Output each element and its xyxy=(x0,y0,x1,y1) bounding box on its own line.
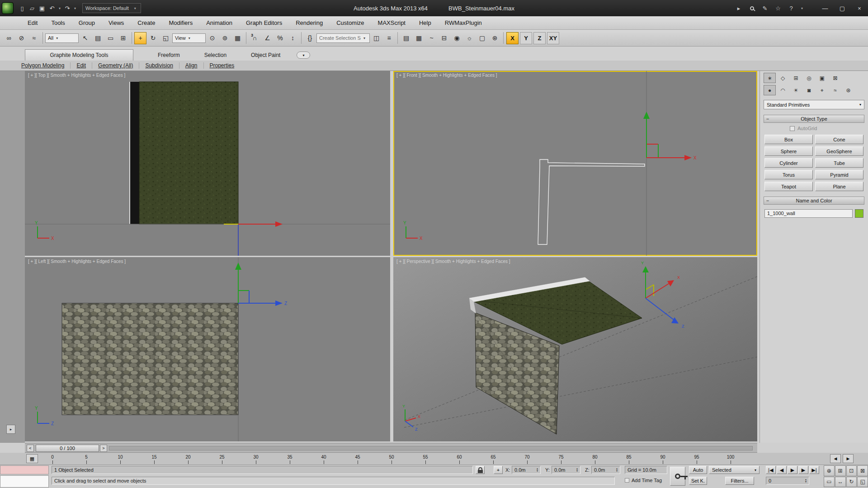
mirror-button[interactable]: ◫ xyxy=(370,32,382,44)
help-dropdown[interactable]: ▾ xyxy=(799,3,805,13)
key-mode-dropdown[interactable]: Selected▾ xyxy=(709,466,760,474)
ribbon-panel-geometry-all[interactable]: Geometry (All) xyxy=(92,62,139,69)
tab-modify[interactable]: ◇ xyxy=(777,73,789,83)
constraint-xy-button[interactable]: XY xyxy=(547,32,559,44)
object-color-swatch[interactable] xyxy=(855,209,863,218)
ribbon-panel-polygon-modeling[interactable]: Polygon Modeling xyxy=(15,62,71,69)
coord-z-input[interactable]: 0.0m▴▾ xyxy=(591,466,620,474)
track-bar[interactable]: ▦ 05101520253035404550556065707580859095… xyxy=(0,453,868,465)
maxscript-mini-listener[interactable] xyxy=(0,475,49,488)
snaps-toggle-button[interactable]: 3∩ xyxy=(249,32,261,44)
zoom-button[interactable]: ⊕ xyxy=(824,465,835,476)
open-file-button[interactable]: ▱ xyxy=(27,3,37,13)
coord-y-input[interactable]: 0.0m▴▾ xyxy=(552,466,580,474)
trackbar-scroll-left-button[interactable]: ◀ xyxy=(830,454,841,463)
time-slider-handle[interactable]: 0 / 100 xyxy=(36,445,99,452)
menu-item-rwmaxplugin[interactable]: RWMaxPlugin xyxy=(438,16,489,30)
curve-editor-button[interactable]: ~ xyxy=(425,32,438,44)
viewport-top[interactable]: X Y [ + ][ Top ][ Smooth + Highlights + … xyxy=(25,71,390,256)
wall-side-face-top-view[interactable] xyxy=(130,82,139,224)
ribbon-panel-properties[interactable]: Properties xyxy=(204,62,241,69)
viewport-left[interactable]: Z Z Y [ + ][ Left ][ Smooth + Highlights… xyxy=(25,257,390,441)
category-shapes-icon[interactable]: ◠ xyxy=(777,85,789,95)
align-button[interactable]: ≡ xyxy=(383,32,395,44)
help-icon[interactable]: ? xyxy=(786,3,796,13)
front-viewport-canvas[interactable]: X X Y xyxy=(393,71,757,256)
select-and-move-button[interactable]: + xyxy=(134,32,146,44)
goto-start-button[interactable]: |◀ xyxy=(766,466,776,474)
zoom-region-button[interactable]: ▭ xyxy=(824,477,835,488)
wall-front-face-left-view[interactable] xyxy=(62,303,238,415)
menu-item-graph-editors[interactable]: Graph Editors xyxy=(239,16,289,30)
trackbar-scroll-right-button[interactable]: ▶ xyxy=(843,454,854,463)
named-selection-sets-button[interactable]: {} xyxy=(304,32,316,44)
open-explorer-button[interactable]: ▸ xyxy=(6,425,15,434)
new-file-button[interactable]: ▯ xyxy=(17,3,27,13)
ribbon-tab-selection[interactable]: Selection xyxy=(198,50,233,61)
menu-item-edit[interactable]: Edit xyxy=(21,16,44,30)
menu-item-tools[interactable]: Tools xyxy=(44,16,71,30)
constraint-y-button[interactable]: Y xyxy=(520,32,532,44)
wall-top-face-top-view[interactable] xyxy=(139,82,238,224)
ribbon-options-dropdown[interactable]: ▾ xyxy=(297,52,310,59)
graphite-ribbon-toggle[interactable]: ▦ xyxy=(413,32,425,44)
viewport-left-label[interactable]: [ + ][ Left ][ Smooth + Highlights + Edg… xyxy=(28,259,126,264)
object-name-input[interactable]: 1_1000_wall xyxy=(764,209,853,218)
auto-key-toggle[interactable]: Auto xyxy=(689,466,707,474)
unlink-selection-icon[interactable]: ⊘ xyxy=(15,32,28,44)
close-button[interactable]: × xyxy=(851,0,868,16)
menu-item-create[interactable]: Create xyxy=(131,16,162,30)
sphere-button[interactable]: Sphere xyxy=(764,146,813,156)
viewport-front-label[interactable]: [ + ][ Front ][ Smooth + Highlights + Ed… xyxy=(396,73,497,78)
viewport-perspective[interactable]: Y X Z Y X Z [ + ][ Perspective ][ Smooth… xyxy=(393,257,757,441)
wall-profile-outline[interactable] xyxy=(538,160,645,244)
select-and-manipulate-button[interactable]: ⊚ xyxy=(219,32,231,44)
spinner-down-icon[interactable]: ▾ xyxy=(616,470,618,472)
minimize-button[interactable]: — xyxy=(816,0,834,16)
viewport-perspective-label[interactable]: [ + ][ Perspective ][ Smooth + Highlight… xyxy=(396,259,510,264)
material-editor-button[interactable]: ◉ xyxy=(451,32,463,44)
torus-button[interactable]: Torus xyxy=(764,170,813,179)
add-time-tag-button[interactable]: Add Time Tag xyxy=(625,478,662,483)
menu-item-maxscript[interactable]: MAXScript xyxy=(371,16,412,30)
play-button[interactable]: ▶ xyxy=(788,466,797,474)
select-and-rotate-button[interactable]: ↻ xyxy=(147,32,159,44)
select-object-button[interactable]: ↖ xyxy=(79,32,91,44)
plane-button[interactable]: Plane xyxy=(815,182,863,191)
goto-end-button[interactable]: ▶| xyxy=(809,466,819,474)
gizmo-y-arrowhead[interactable] xyxy=(643,112,650,119)
left-viewport-canvas[interactable]: Z Z Y xyxy=(25,257,390,441)
mini-curve-editor-button[interactable]: ▦ xyxy=(26,454,38,463)
category-geometry-icon[interactable]: ● xyxy=(764,85,776,95)
use-pivot-center-button[interactable]: ⊙ xyxy=(206,32,218,44)
teapot-button[interactable]: Teapot xyxy=(764,182,813,191)
render-setup-button[interactable]: ☼ xyxy=(463,32,476,44)
ribbon-panel-subdivision[interactable]: Subdivision xyxy=(139,62,179,69)
zoom-all-button[interactable]: ⊞ xyxy=(835,465,846,476)
time-slider-back-button[interactable]: < xyxy=(27,445,34,452)
rendered-frame-button[interactable]: ▢ xyxy=(476,32,488,44)
object-type-rollout-header[interactable]: − Object Type xyxy=(764,115,864,123)
chevron-right-icon[interactable]: ▸ xyxy=(734,3,744,13)
perspective-viewport-canvas[interactable]: Y X Z Y X Z xyxy=(393,257,757,441)
zoom-extents-all-button[interactable]: ⊠ xyxy=(857,465,868,476)
time-slider-track[interactable] xyxy=(109,446,753,450)
key-filters-button[interactable]: Filters... xyxy=(725,477,754,485)
name-color-rollout-header[interactable]: − Name and Color xyxy=(764,197,864,205)
workspace-dropdown[interactable]: Workspace: Default ▾ xyxy=(82,3,141,13)
next-frame-button[interactable]: ▶ xyxy=(798,466,808,474)
menu-item-views[interactable]: Views xyxy=(102,16,131,30)
ribbon-tab-graphite[interactable]: Graphite Modeling Tools xyxy=(25,49,133,61)
constraint-x-button[interactable]: X xyxy=(506,32,519,44)
favorites-star-icon[interactable]: ☆ xyxy=(773,3,783,13)
menu-item-help[interactable]: Help xyxy=(412,16,438,30)
percent-snap-toggle[interactable]: % xyxy=(274,32,286,44)
window-crossing-toggle[interactable]: ⊞ xyxy=(117,32,129,44)
render-production-button[interactable]: ⊛ xyxy=(489,32,501,44)
gizmo-x-arrowhead[interactable] xyxy=(684,155,692,160)
constraint-z-button[interactable]: Z xyxy=(533,32,546,44)
gizmo-x-arrowhead[interactable] xyxy=(275,221,283,227)
category-spacewarps-icon[interactable]: ≈ xyxy=(829,85,841,95)
redo-button[interactable]: ↷ xyxy=(62,3,72,13)
menu-item-animation[interactable]: Animation xyxy=(199,16,239,30)
